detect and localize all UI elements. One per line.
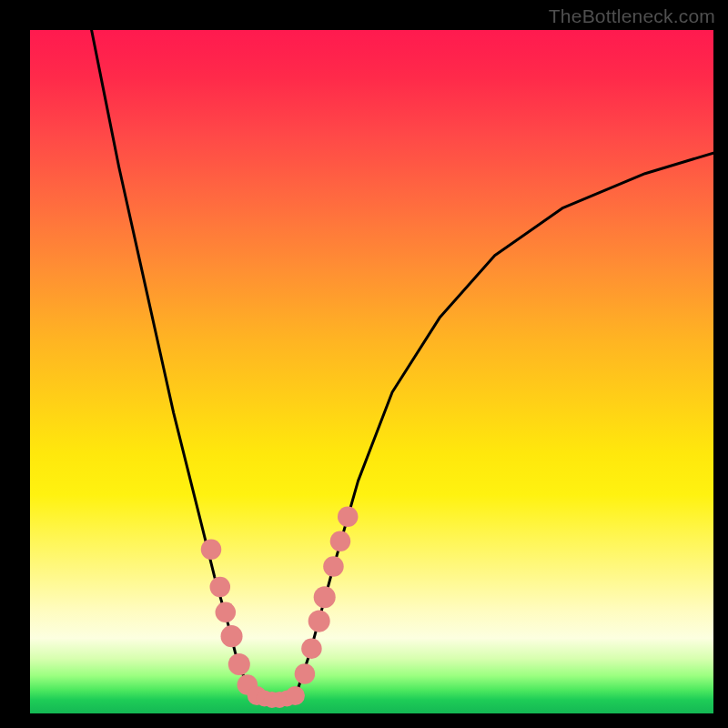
data-marker bbox=[228, 653, 250, 675]
data-marker bbox=[330, 531, 351, 551]
data-marker bbox=[210, 577, 231, 598]
data-marker bbox=[323, 556, 344, 577]
data-marker bbox=[221, 625, 243, 647]
data-marker bbox=[216, 602, 237, 623]
data-marker bbox=[314, 586, 336, 608]
bottleneck-curve bbox=[92, 30, 713, 700]
data-marker bbox=[286, 686, 305, 705]
chart-frame: TheBottleneck.com bbox=[0, 0, 728, 728]
data-marker bbox=[295, 663, 316, 684]
curve-layer bbox=[30, 30, 713, 713]
data-marker bbox=[301, 638, 322, 659]
watermark-text: TheBottleneck.com bbox=[549, 5, 715, 27]
plot-area bbox=[30, 30, 713, 713]
data-marker bbox=[201, 539, 222, 560]
data-marker bbox=[338, 506, 359, 527]
data-marker bbox=[308, 611, 330, 632]
